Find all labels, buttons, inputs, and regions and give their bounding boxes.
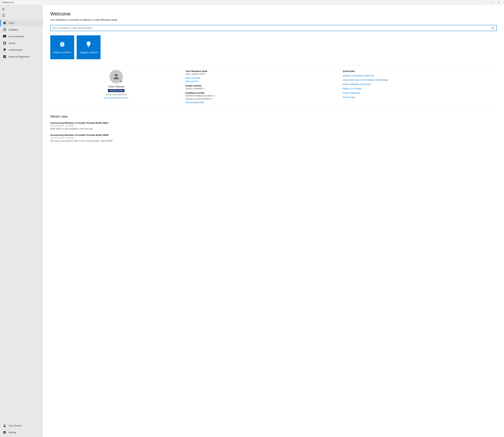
news-item-1-desc: We have a new build for folks in the Fas… [50, 140, 497, 142]
whats-new-title: What's new [50, 115, 497, 119]
sidebar-item-advanced-diagnostics-label: Advanced Diagnostics [9, 55, 30, 58]
profile-section: + Cora Thomas Windows Insider Insider si… [50, 65, 497, 109]
sidebar-item-feedback[interactable]: Feedback [0, 26, 43, 33]
sidebar-item-profile-label: Cora Thomas [9, 425, 22, 427]
news-item-1[interactable]: Announcing Windows 10 Insider Preview Bu… [50, 134, 497, 142]
sidebar-item-announcements[interactable]: Announcements [0, 33, 43, 40]
quicklink-insider-blogs[interactable]: Learn what's new on the Windows Insider … [343, 79, 494, 81]
sidebar-item-announcements-label: Announcements [9, 35, 24, 38]
quests-icon [2, 41, 7, 45]
profile-icon [2, 424, 7, 428]
hamburger-line-3 [2, 16, 5, 17]
back-button[interactable] [0, 6, 7, 12]
sidebar-item-feedback-label: Feedback [9, 29, 18, 31]
sidebar-item-settings-label: Settings [9, 431, 16, 434]
whats-new-section: What's new Announcing Windows 10 Insider… [50, 115, 497, 142]
app-container: Home Feedback Announcements Quests [0, 5, 504, 437]
news-item-1-title: Announcing Windows 10 Insider Preview Bu… [50, 134, 497, 136]
report-problem-label: Report a problem [53, 51, 71, 54]
sidebar-item-achievements-label: Achievements [9, 49, 22, 51]
quicklink-explore-insider[interactable]: Explore our Windows Insider site [343, 74, 494, 77]
feedback-provided: Windows feedback provided: 0 [185, 94, 337, 97]
news-item-0[interactable]: Announcing Windows 10 Insider Preview Bu… [50, 122, 497, 130]
build-value: 19h1_release 18363 [185, 73, 337, 75]
search-bar [50, 25, 497, 31]
quick-links-col: Quick links Explore our Windows Insider … [339, 70, 497, 105]
welcome-title: Welcome [50, 11, 497, 17]
action-buttons: Report a problem Suggest a feature [50, 35, 497, 59]
search-button[interactable] [490, 25, 496, 31]
profile-name: Cora Thomas [108, 85, 124, 88]
search-input[interactable] [51, 27, 490, 29]
quicklink-terms[interactable]: Terms of Use [343, 96, 494, 99]
quicklink-privacy[interactable]: Privacy Statement [343, 91, 494, 94]
titlebar: Feedback Hub − □ ✕ [0, 0, 504, 5]
diagnostics-icon [2, 55, 7, 59]
home-icon [2, 21, 7, 25]
rate-pc-link[interactable]: Rate your PC [185, 80, 337, 82]
feedback-activity-label: Feedback activity [185, 91, 337, 94]
quicklink-community[interactable]: Explore Windows Community [343, 83, 494, 86]
sidebar-item-profile[interactable]: Cora Thomas [0, 422, 43, 429]
announcements-icon [2, 34, 7, 39]
profile-col: + Cora Thomas Windows Insider Insider si… [50, 70, 182, 105]
sidebar-item-home-label: Home [9, 22, 14, 24]
avatar-person-icon [112, 73, 120, 80]
report-problem-button[interactable]: Report a problem [50, 35, 74, 59]
view-achievements-link[interactable]: View Achievements [185, 101, 337, 104]
minimize-button[interactable]: − [481, 0, 488, 5]
lightbulb-icon [85, 41, 92, 49]
quick-links-title: Quick links [343, 70, 494, 72]
sidebar-bottom: Cora Thomas Settings [0, 421, 43, 437]
build-col: Your Windows build 19h1_release 18363 Ra… [182, 70, 339, 105]
news-item-0-title: Announcing Windows 10 Insider Preview Bu… [50, 122, 497, 124]
sidebar-item-quests[interactable]: Quests [0, 40, 43, 47]
sidebar-spacer [0, 61, 43, 421]
titlebar-title: Feedback Hub [2, 1, 481, 3]
avatar-plus-icon: + [119, 80, 122, 83]
quicklink-twitter[interactable]: Follow us on Twitter [343, 87, 494, 90]
insider-badge: Windows Insider [108, 89, 124, 92]
bug-icon [59, 41, 66, 49]
hamburger-line-1 [2, 14, 5, 14]
build-label: Your Windows build [185, 70, 337, 72]
sidebar-item-advanced-diagnostics[interactable]: Advanced Diagnostics [0, 53, 43, 60]
sidebar-item-quests-label: Quests [9, 42, 15, 44]
hamburger-button[interactable] [0, 12, 7, 18]
feedback-icon [2, 28, 7, 32]
welcome-subtitle: Your feedback is essential to helping us… [50, 19, 497, 21]
sidebar: Home Feedback Announcements Quests [0, 5, 43, 437]
search-icon [491, 26, 495, 30]
quests-completed: Quests completed: 1 [185, 87, 337, 90]
sidebar-item-home[interactable]: Home [0, 20, 43, 26]
account-link[interactable]: Go to my Microsoft account [104, 97, 128, 99]
maximize-button[interactable]: □ [488, 0, 495, 5]
close-button[interactable]: ✕ [495, 0, 502, 5]
sidebar-item-settings[interactable]: Settings [0, 429, 43, 436]
suggest-feature-button[interactable]: Suggest a feature [77, 35, 101, 59]
settings-icon [2, 430, 7, 435]
avatar: + [109, 70, 123, 83]
rate-build-link[interactable]: Rate your build [185, 77, 337, 79]
achievements-icon [2, 48, 7, 52]
news-item-0-meta: Announcement - 5/21/2020 [50, 125, 497, 127]
titlebar-controls: − □ ✕ [481, 0, 502, 5]
sidebar-top: Home Feedback Announcements Quests [0, 5, 43, 61]
main-content: Welcome Your feedback is essential to he… [43, 5, 504, 437]
news-item-0-desc: Build 19631 is now available in the Fast… [50, 128, 497, 130]
sidebar-item-achievements[interactable]: Achievements [0, 47, 43, 53]
upvotes: Upvotes on your feedback: 0 [185, 98, 337, 100]
news-item-1-meta: Announcement - 5/13/2020 [50, 137, 497, 139]
hamburger-line-2 [2, 15, 5, 15]
insider-since: Insider since 8/23/2018 [106, 93, 126, 96]
suggest-feature-label: Suggest a feature [80, 51, 98, 54]
insider-activity-label: Insider activity [185, 84, 337, 87]
